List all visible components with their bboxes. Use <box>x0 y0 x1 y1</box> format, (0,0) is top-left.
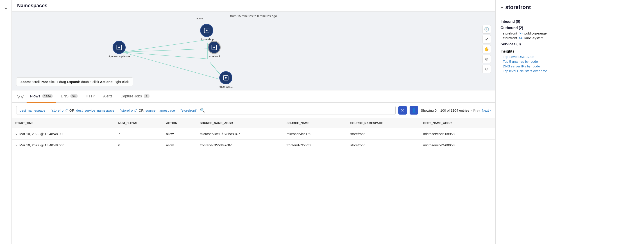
user-filter-button[interactable]: 👤 <box>410 106 418 115</box>
filter-op-2: = <box>116 108 118 112</box>
col-dest-name-aggr: DEST_NAME_AGGR <box>420 118 496 128</box>
node-acme[interactable]: acme <box>196 16 203 20</box>
svg-point-13 <box>225 77 226 79</box>
tab-capture-jobs-label: Capture Jobs <box>120 94 142 98</box>
node-storefront-label: storefront <box>208 55 220 58</box>
prev-page-link[interactable]: ‹ Prev <box>471 108 480 112</box>
table-row[interactable]: ∨ Mar 10, 2022 @ 13:48:48.000 7 allow mi… <box>12 128 496 140</box>
zoom-in-button[interactable]: ⊕ <box>482 55 491 63</box>
rp-insight-1[interactable]: Top-Level DNS Stats <box>500 55 639 59</box>
tab-dns-label: DNS <box>61 94 68 98</box>
rp-outbound-row-1: storefront >> public-ip-range <box>500 31 639 35</box>
rp-insight-2[interactable]: Top 5 qnames by rcode <box>500 60 639 63</box>
node-hipstershop[interactable]: hipstershop <box>200 24 214 41</box>
right-panel-body: Inbound (0) Outbound (2) storefront >> p… <box>496 13 644 78</box>
filter-bar: dest_namespace = "storefront" OR dest_se… <box>12 103 496 118</box>
node-storefront-icon[interactable] <box>208 41 221 54</box>
tab-flows[interactable]: Flows 1104 <box>26 90 56 103</box>
tab-flows-badge: 1104 <box>42 94 53 98</box>
actions-hint-action: right-click <box>114 80 128 84</box>
graph-area[interactable]: from 15 minutes to 0 minutes ago acme hi… <box>12 12 496 90</box>
row-2-start-time: Mar 10, 2022 @ 13:48:48.000 <box>19 143 64 147</box>
search-button[interactable]: 🔍 <box>199 108 206 113</box>
zoom-hint-label: Zoom: <box>20 80 31 84</box>
tab-dns[interactable]: DNS 54 <box>57 90 81 103</box>
sidebar-toggle-panel: » <box>0 0 12 244</box>
tab-alerts-label: Alerts <box>103 94 112 98</box>
page-title: Namespaces <box>17 3 48 9</box>
right-panel-title: storefront <box>505 4 531 10</box>
tab-http-label: HTTP <box>86 94 95 98</box>
hint-bar: Zoom: scroll Pan: click + drag Expand: d… <box>16 77 133 86</box>
filter-input[interactable]: dest_namespace = "storefront" OR dest_se… <box>16 106 396 115</box>
row-1-source-name-aggr: microservice1-f978bc894-* <box>196 128 283 140</box>
filter-value-1: "storefront" <box>51 108 68 112</box>
col-num-flows: NUM_FLOWS <box>114 118 162 128</box>
filter-join-2: OR <box>138 108 144 112</box>
node-kube-system-icon[interactable] <box>219 71 232 84</box>
svg-point-9 <box>214 47 215 48</box>
svg-line-1 <box>122 49 208 52</box>
rp-insights-label: Insights <box>500 49 639 54</box>
top-bar: Namespaces <box>12 0 496 12</box>
expand-row-2-arrow[interactable]: ∨ <box>15 144 18 147</box>
graph-controls: 🕐 ⤢ ✋ ⊕ ⊖ <box>482 25 491 73</box>
filter-field-2: dest_service_namespace <box>76 108 114 112</box>
table-row[interactable]: ∨ Mar 10, 2022 @ 13:48:48.000 6 allow fr… <box>12 140 496 151</box>
row-1-action: allow <box>162 128 196 140</box>
pan-button[interactable]: ✋ <box>482 45 491 54</box>
tab-capture-jobs[interactable]: Capture Jobs 1 <box>117 90 153 103</box>
zoom-out-button[interactable]: ⊖ <box>482 65 491 73</box>
svg-point-11 <box>118 47 120 48</box>
node-tigera-compliance-icon[interactable] <box>112 41 126 54</box>
svg-line-2 <box>122 52 208 59</box>
node-hipstershop-icon[interactable] <box>200 24 213 37</box>
rp-inbound-label: Inbound (0) <box>500 20 639 24</box>
col-source-name: SOURCE_NAME <box>283 118 346 128</box>
filter-value-2: "storefront" <box>120 108 137 112</box>
pagination-text: Showing 0 – 100 of 1104 entries <box>421 108 469 112</box>
rp-insight-4[interactable]: Top level DNS stats over time <box>500 69 639 73</box>
tab-alerts[interactable]: Alerts <box>100 91 116 103</box>
rp-outbound-dest-1: public-ip-range <box>524 31 547 35</box>
row-2-source-name: frontend-7f55df9... <box>283 140 346 151</box>
svg-line-0 <box>122 40 208 52</box>
zoom-hint-action: scroll <box>32 80 40 84</box>
expand-hint-label: Expand: <box>67 80 80 84</box>
clear-filter-button[interactable]: ✕ <box>398 106 407 115</box>
svg-point-7 <box>206 30 208 31</box>
node-kube-system-label: kube-syst... <box>219 85 232 88</box>
node-tigera-compliance-label: tigera-compliance <box>108 55 130 58</box>
right-panel-chevron-icon: » <box>500 5 503 10</box>
collapse-sidebar-button[interactable]: » <box>3 4 8 12</box>
expand-hint-action: double-click <box>81 80 100 84</box>
right-panel-header: » storefront <box>496 0 644 13</box>
collapse-tabs-button[interactable]: ⋁⋁ <box>15 91 26 102</box>
pagination-info: Showing 0 – 100 of 1104 entries ‹ Prev N… <box>421 108 491 112</box>
row-2-num-flows: 6 <box>114 140 162 151</box>
tab-http[interactable]: HTTP <box>82 91 99 103</box>
filter-join-1: OR <box>69 108 74 112</box>
col-source-name-aggr: SOURCE_NAME_AGGR <box>196 118 283 128</box>
right-panel: » storefront Inbound (0) Outbound (2) st… <box>496 0 644 244</box>
row-1-source-name: microservice1-f9... <box>283 128 346 140</box>
node-kube-system[interactable]: kube-syst... <box>219 71 232 88</box>
row-1-start-time: Mar 10, 2022 @ 13:48:48.000 <box>19 132 64 136</box>
clock-button[interactable]: 🕐 <box>482 25 491 34</box>
rp-insight-3[interactable]: DNS server IPs by rcode <box>500 64 639 68</box>
filter-field-3: source_namespace <box>146 108 175 112</box>
node-storefront[interactable]: storefront <box>208 41 221 58</box>
next-page-link[interactable]: Next › <box>482 108 491 112</box>
expand-button[interactable]: ⤢ <box>482 35 491 44</box>
expand-row-1-arrow[interactable]: ∨ <box>15 132 18 136</box>
flows-table-wrap: START_TIME NUM_FLOWS ACTION SOURCE_NAME_… <box>12 118 496 244</box>
tab-flows-label: Flows <box>30 94 40 98</box>
col-start-time: START_TIME <box>12 118 114 128</box>
pan-hint-action: click + drag <box>49 80 67 84</box>
node-hipstershop-label: hipstershop <box>200 38 214 41</box>
rp-services-label: Services (0) <box>500 42 639 46</box>
col-action: ACTION <box>162 118 196 128</box>
row-2-source-name-aggr: frontend-7f55df97c8-* <box>196 140 283 151</box>
node-tigera-compliance[interactable]: tigera-compliance <box>108 41 130 58</box>
row-2-action: allow <box>162 140 196 151</box>
